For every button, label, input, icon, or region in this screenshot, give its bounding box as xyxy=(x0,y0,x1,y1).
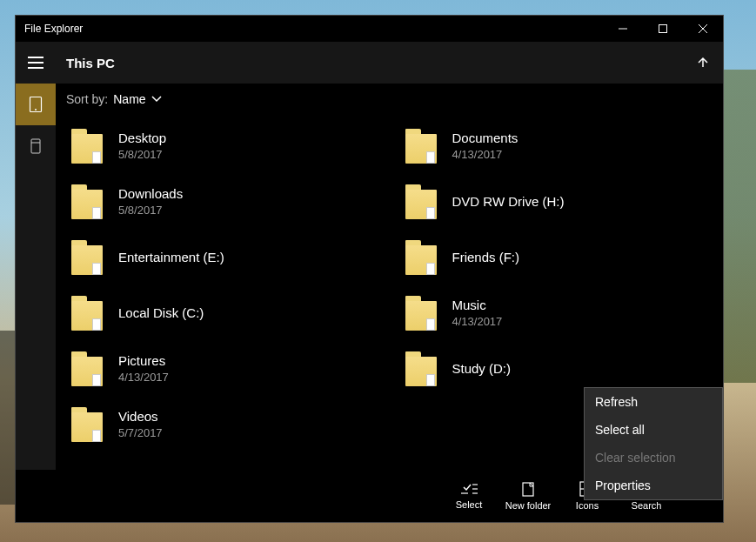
folder-item[interactable]: Desktop 5/8/2017 xyxy=(56,118,390,174)
item-text: Friends (F:) xyxy=(452,250,520,265)
folder-item[interactable]: Entertainment (E:) xyxy=(56,230,390,285)
svg-point-8 xyxy=(35,109,37,110)
item-text: DVD RW Drive (H:) xyxy=(452,194,565,210)
folder-icon xyxy=(405,129,437,164)
item-name: Documents xyxy=(452,130,518,146)
item-name: Local Disk (C:) xyxy=(118,305,204,321)
minimize-button[interactable] xyxy=(603,16,643,42)
breadcrumb[interactable]: This PC xyxy=(56,56,683,70)
context-menu: RefreshSelect allClear selectionProperti… xyxy=(584,387,723,500)
select-button[interactable]: Select xyxy=(439,470,498,522)
up-button[interactable] xyxy=(683,42,723,84)
sort-bar[interactable]: Sort by: Name xyxy=(56,84,723,115)
app-title: File Explorer xyxy=(24,23,83,35)
item-date: 5/8/2017 xyxy=(118,148,166,162)
drive-icon xyxy=(30,138,42,154)
item-text: Music 4/13/2017 xyxy=(452,298,503,329)
item-text: Desktop 5/8/2017 xyxy=(118,130,166,162)
context-menu-item[interactable]: Refresh xyxy=(585,388,722,416)
maximize-button[interactable] xyxy=(643,16,683,42)
new-folder-icon xyxy=(519,481,537,497)
context-menu-item[interactable]: Properties xyxy=(585,472,722,499)
svg-rect-9 xyxy=(31,139,40,153)
item-text: Study (D:) xyxy=(452,361,512,377)
item-text: Videos 5/7/2017 xyxy=(118,409,163,440)
main-body: Sort by: Name Desktop 5/8/2017 Documents… xyxy=(16,84,723,470)
context-menu-item[interactable]: Select all xyxy=(585,416,722,444)
item-name: Study (D:) xyxy=(452,361,512,377)
sort-value[interactable]: Name xyxy=(113,92,161,106)
file-explorer-window: File Explorer This PC xyxy=(15,15,724,523)
item-name: DVD RW Drive (H:) xyxy=(452,194,565,210)
item-name: Desktop xyxy=(118,130,166,146)
item-text: Pictures 4/13/2017 xyxy=(118,353,169,385)
item-date: 4/13/2017 xyxy=(118,371,169,385)
header-bar: This PC xyxy=(16,42,723,84)
new-folder-button[interactable]: New folder xyxy=(498,470,558,522)
item-date: 4/13/2017 xyxy=(452,315,503,329)
item-text: Downloads 5/8/2017 xyxy=(118,186,183,217)
folder-icon xyxy=(71,129,103,164)
item-text: Documents 4/13/2017 xyxy=(452,130,518,162)
item-date: 5/7/2017 xyxy=(118,426,163,440)
svg-rect-1 xyxy=(659,25,667,33)
folder-icon xyxy=(71,184,103,219)
item-name: Pictures xyxy=(118,353,169,369)
folder-icon xyxy=(71,296,103,331)
folder-item[interactable]: Local Disk (C:) xyxy=(56,285,390,341)
folder-item[interactable]: Documents 4/13/2017 xyxy=(390,118,724,174)
folder-item[interactable]: Videos 5/7/2017 xyxy=(56,397,390,452)
chevron-down-icon xyxy=(151,96,162,103)
folder-icon xyxy=(71,351,103,386)
sidebar-item-drives[interactable] xyxy=(16,125,56,167)
select-icon xyxy=(460,482,478,496)
folder-item[interactable]: Downloads 5/8/2017 xyxy=(56,174,390,230)
hamburger-menu-button[interactable] xyxy=(16,42,56,84)
folder-icon xyxy=(405,351,437,386)
folder-icon xyxy=(405,296,437,331)
sidebar-item-this-pc[interactable] xyxy=(16,84,56,125)
folder-item[interactable]: DVD RW Drive (H:) xyxy=(390,174,724,230)
context-menu-item: Clear selection xyxy=(585,444,722,472)
item-name: Entertainment (E:) xyxy=(118,250,224,265)
item-date: 5/8/2017 xyxy=(118,204,183,217)
item-name: Downloads xyxy=(118,186,183,202)
folder-icon xyxy=(405,184,437,219)
folder-item[interactable]: Friends (F:) xyxy=(390,230,724,285)
close-button[interactable] xyxy=(683,16,723,42)
sidebar xyxy=(16,84,56,470)
folder-item[interactable]: Music 4/13/2017 xyxy=(390,285,724,341)
folder-item[interactable]: Pictures 4/13/2017 xyxy=(56,341,390,397)
folder-icon xyxy=(71,407,103,442)
device-icon xyxy=(29,96,43,113)
titlebar: File Explorer xyxy=(16,16,723,42)
sort-label: Sort by: xyxy=(66,92,108,106)
item-name: Friends (F:) xyxy=(452,250,520,265)
item-text: Local Disk (C:) xyxy=(118,305,204,321)
folder-icon xyxy=(71,240,103,275)
folder-icon xyxy=(405,240,437,275)
item-text: Entertainment (E:) xyxy=(118,250,224,265)
item-name: Music xyxy=(452,298,503,313)
item-date: 4/13/2017 xyxy=(452,148,518,162)
item-name: Videos xyxy=(118,409,163,425)
